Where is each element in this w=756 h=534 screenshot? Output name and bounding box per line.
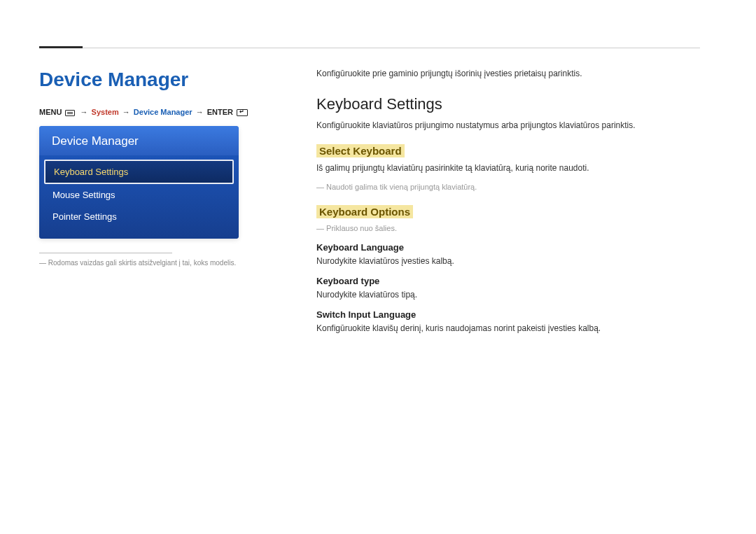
section-keyboard-settings-title: Keyboard Settings (316, 95, 708, 113)
keyboard-language-body: Nurodykite klaviatūros įvesties kalbą. (316, 256, 708, 266)
menu-panel: Device Manager Keyboard Settings Mouse S… (39, 126, 239, 239)
keyboard-type-body: Nurodykite klaviatūros tipą. (316, 290, 708, 300)
switch-input-language-body: Konfigūruokite klavišų derinį, kuris nau… (316, 323, 708, 333)
top-divider-accent (39, 46, 83, 48)
footnote-divider (39, 253, 172, 253)
menu-panel-items: Keyboard Settings Mouse Settings Pointer… (39, 155, 239, 239)
breadcrumb-menu-label: MENU (39, 108, 62, 116)
menu-item-keyboard-settings[interactable]: Keyboard Settings (44, 160, 234, 184)
arrow-icon: → (122, 108, 130, 116)
enter-icon (237, 109, 248, 116)
breadcrumb-device-manager: Device Manager (134, 108, 192, 116)
keyboard-options-note: Priklauso nuo šalies. (316, 224, 708, 232)
top-divider (39, 48, 700, 48)
select-keyboard-body: Iš galimų prijungtų klaviatūrų pasirinki… (316, 163, 708, 173)
menu-panel-header: Device Manager (39, 126, 239, 155)
heading-keyboard-options: Keyboard Options (316, 205, 413, 218)
arrow-icon: → (80, 108, 88, 116)
intro-text: Konfigūruokite prie gaminio prijungtų iš… (316, 69, 708, 78)
heading-keyboard-language: Keyboard Language (316, 242, 708, 253)
select-keyboard-note: Naudoti galima tik vieną prijungtą klavi… (316, 183, 708, 191)
menu-icon (65, 110, 75, 116)
section-keyboard-settings-body: Konfigūruokite klaviatūros prijungimo nu… (316, 120, 708, 130)
heading-keyboard-type: Keyboard type (316, 276, 708, 286)
arrow-icon: → (196, 108, 204, 116)
breadcrumb-system: System (92, 108, 119, 116)
menu-item-pointer-settings[interactable]: Pointer Settings (44, 206, 234, 227)
right-column: Konfigūruokite prie gaminio prijungtų iš… (316, 69, 708, 343)
heading-switch-input-language: Switch Input Language (316, 309, 708, 320)
menu-item-mouse-settings[interactable]: Mouse Settings (44, 184, 234, 206)
left-footnote: Rodomas vaizdas gali skirtis atsižvelgia… (39, 259, 249, 267)
breadcrumb: MENU → System → Device Manager → ENTER (39, 108, 249, 116)
heading-select-keyboard: Select Keyboard (316, 144, 405, 157)
breadcrumb-enter-label: ENTER (207, 108, 233, 116)
left-column: Device Manager MENU → System → Device Ma… (39, 69, 249, 267)
page-title: Device Manager (39, 69, 249, 91)
